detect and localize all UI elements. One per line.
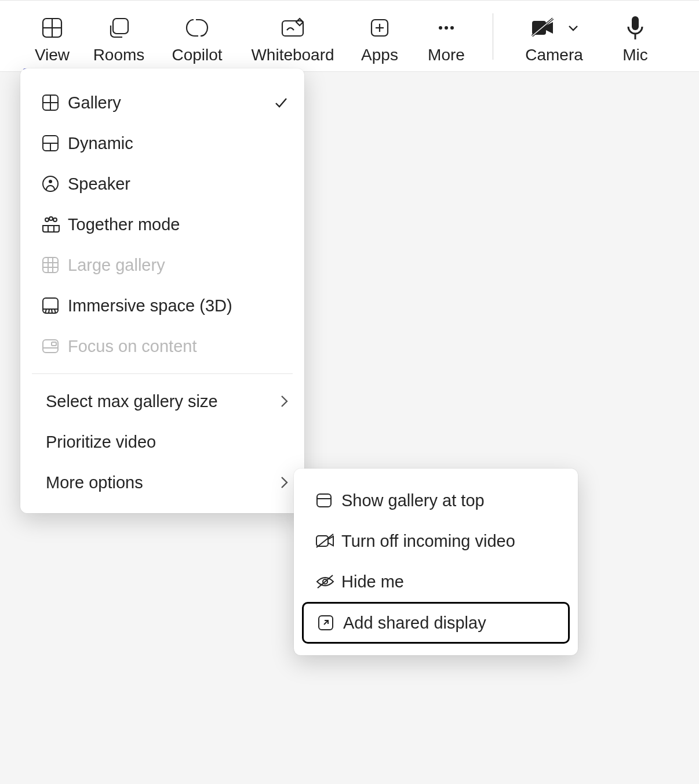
more-options-submenu: Show gallery at top Turn off incoming vi… — [294, 469, 578, 655]
view-tab[interactable]: View — [23, 1, 81, 71]
dynamic-icon — [41, 134, 68, 153]
mic-label: Mic — [622, 46, 648, 64]
rooms-label: Rooms — [93, 46, 145, 64]
more-icon — [435, 12, 458, 43]
dynamic-label: Dynamic — [68, 134, 289, 153]
chevron-right-icon — [279, 475, 289, 490]
camera-off-icon — [529, 16, 556, 39]
chevron-down-icon[interactable] — [567, 21, 580, 34]
copilot-tab[interactable]: Copilot — [156, 1, 238, 71]
large-gallery-icon — [41, 256, 68, 274]
apps-tab[interactable]: Apps — [348, 1, 412, 71]
copilot-icon — [183, 12, 211, 43]
focus-label: Focus on content — [68, 337, 289, 356]
immersive-icon — [41, 296, 68, 315]
grid-icon — [41, 12, 64, 43]
more-tab[interactable]: More — [412, 1, 481, 71]
whiteboard-tab[interactable]: Whiteboard — [238, 1, 348, 71]
svg-point-23 — [45, 218, 49, 222]
svg-rect-13 — [632, 16, 639, 30]
hide-me-icon — [315, 572, 341, 591]
svg-point-8 — [439, 26, 442, 30]
meeting-toolbar: View Rooms Copilot Whiteboard — [0, 0, 699, 72]
more-label: More — [428, 46, 465, 64]
view-menu: Gallery Dynamic Speaker Together mode — [20, 68, 304, 513]
turn-off-label: Turn off incoming video — [341, 532, 563, 551]
menu-item-dynamic[interactable]: Dynamic — [20, 123, 304, 164]
svg-point-21 — [43, 176, 58, 191]
submenu-item-turn-off-video[interactable]: Turn off incoming video — [294, 521, 578, 561]
whiteboard-icon — [280, 12, 305, 43]
toolbar-divider — [493, 13, 493, 60]
svg-point-22 — [49, 180, 52, 183]
speaker-label: Speaker — [68, 175, 289, 194]
menu-item-select-max[interactable]: Select max gallery size — [20, 381, 304, 422]
svg-point-9 — [445, 26, 448, 30]
camera-button[interactable]: Camera — [505, 1, 603, 71]
check-icon — [273, 95, 289, 111]
svg-rect-37 — [317, 494, 331, 507]
svg-rect-39 — [316, 536, 328, 546]
view-label: View — [35, 46, 70, 64]
rooms-icon — [107, 12, 130, 43]
apps-icon — [369, 12, 390, 43]
show-top-icon — [315, 491, 341, 510]
together-icon — [41, 215, 68, 234]
speaker-icon — [41, 175, 68, 193]
show-top-label: Show gallery at top — [341, 491, 563, 510]
svg-point-10 — [450, 26, 454, 30]
menu-item-more-options[interactable]: More options — [20, 462, 304, 503]
gallery-label: Gallery — [68, 93, 273, 112]
video-off-icon — [315, 532, 341, 550]
svg-point-24 — [49, 217, 53, 220]
immersive-label: Immersive space (3D) — [68, 296, 289, 315]
submenu-item-add-shared-display[interactable]: Add shared display — [302, 602, 570, 644]
together-label: Together mode — [68, 215, 289, 234]
large-gallery-label: Large gallery — [68, 256, 289, 275]
menu-item-gallery[interactable]: Gallery — [20, 82, 304, 123]
copilot-label: Copilot — [172, 46, 222, 64]
menu-item-together[interactable]: Together mode — [20, 204, 304, 245]
svg-point-25 — [53, 218, 57, 222]
rooms-tab[interactable]: Rooms — [81, 1, 156, 71]
menu-item-large-gallery: Large gallery — [20, 245, 304, 285]
svg-rect-35 — [52, 342, 56, 346]
mic-button[interactable]: Mic — [603, 1, 667, 71]
hide-me-label: Hide me — [341, 572, 563, 591]
menu-separator — [32, 373, 293, 374]
svg-rect-3 — [113, 19, 128, 34]
svg-rect-33 — [43, 298, 58, 313]
chevron-right-icon — [279, 394, 289, 409]
menu-item-speaker[interactable]: Speaker — [20, 164, 304, 204]
prioritize-label: Prioritize video — [46, 433, 289, 452]
whiteboard-label: Whiteboard — [251, 46, 334, 64]
menu-item-prioritize[interactable]: Prioritize video — [20, 422, 304, 462]
select-max-label: Select max gallery size — [46, 392, 279, 411]
add-shared-label: Add shared display — [343, 614, 561, 633]
add-display-icon — [316, 614, 343, 632]
more-options-label: More options — [46, 473, 279, 492]
gallery-icon — [41, 93, 68, 112]
submenu-item-hide-me[interactable]: Hide me — [294, 561, 578, 602]
focus-icon — [41, 337, 68, 355]
menu-item-immersive[interactable]: Immersive space (3D) — [20, 285, 304, 326]
menu-item-focus: Focus on content — [20, 326, 304, 366]
camera-label: Camera — [525, 46, 583, 64]
apps-label: Apps — [361, 46, 398, 64]
submenu-item-show-top[interactable]: Show gallery at top — [294, 480, 578, 521]
svg-rect-28 — [43, 257, 58, 273]
mic-icon — [626, 12, 645, 43]
